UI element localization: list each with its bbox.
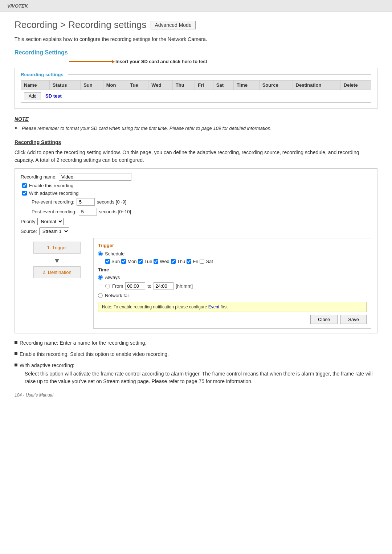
source-select[interactable]: Stream 1 Stream 2 — [39, 227, 69, 235]
network-fail-label: Network fail — [105, 293, 130, 298]
page-title: Recording > Recording settings Advanced … — [15, 19, 377, 30]
day-thu-checkbox[interactable] — [171, 259, 176, 264]
event-link[interactable]: Event — [208, 304, 220, 309]
rs-desc: Click Add to open the recording setting … — [15, 149, 377, 164]
trigger-right-panel: Trigger Schedule Sun Mon Tue Wed Thu — [93, 238, 371, 329]
to-input[interactable] — [154, 282, 173, 290]
sd-arrow — [69, 61, 113, 62]
brand-logo: VIVOTEK — [7, 3, 28, 9]
adaptive-recording-label: With adaptive recording — [29, 190, 79, 196]
bullet-text-3: With adaptive recording: Select this opt… — [20, 362, 377, 385]
day-fri-checkbox[interactable] — [187, 259, 191, 264]
priority-label: Priority — [21, 219, 35, 224]
destination-box[interactable]: 2. Destination — [33, 266, 81, 278]
add-button[interactable]: Add — [24, 92, 41, 100]
note-bar: Note: To enable recording notification p… — [98, 302, 367, 312]
col-source: Source — [259, 81, 293, 90]
day-thu-label: Thu — [177, 259, 185, 264]
day-tue-checkbox[interactable] — [138, 259, 143, 264]
bullet-item-3: With adaptive recording: Select this opt… — [15, 362, 377, 385]
day-wed-label: Wed — [160, 259, 170, 264]
adaptive-recording-row: With adaptive recording — [21, 190, 371, 196]
col-wed: Wed — [148, 81, 173, 90]
time-section-title: Time — [98, 267, 367, 272]
always-radio[interactable] — [98, 275, 103, 280]
pre-event-input[interactable] — [77, 198, 95, 206]
days-row: Sun Mon Tue Wed Thu Fri Sat — [98, 259, 367, 264]
save-button[interactable]: Save — [340, 315, 367, 324]
col-thu: Thu — [172, 81, 195, 90]
col-tue: Tue — [127, 81, 148, 90]
always-label: Always — [105, 275, 120, 280]
schedule-radio[interactable] — [98, 251, 103, 256]
post-event-label: Post-event recording: — [32, 209, 77, 214]
trigger-title: Trigger — [98, 243, 367, 248]
footer-page: 104 - User's Manual — [15, 393, 377, 401]
day-wed-checkbox[interactable] — [154, 259, 158, 264]
post-event-row: Post-event recording: seconds [0~10] — [21, 208, 371, 216]
close-button[interactable]: Close — [310, 315, 338, 324]
day-fri-label: Fri — [193, 259, 198, 264]
post-event-unit: seconds [0~10] — [99, 209, 131, 214]
network-fail-radio[interactable] — [98, 293, 103, 298]
recording-settings-section-title: Recording Settings — [15, 49, 377, 56]
pre-event-unit: seconds [0~9] — [97, 199, 126, 205]
pre-event-label: Pre-event recording: — [32, 199, 74, 205]
recording-form-box: Recording name: Enable this recording Wi… — [15, 168, 377, 333]
schedule-radio-row: Schedule — [98, 251, 367, 257]
intro-text: This section explains how to configure t… — [15, 36, 377, 42]
adaptive-recording-checkbox[interactable] — [22, 191, 27, 196]
dash-line — [68, 74, 371, 75]
table-row-add: Add SD test — [21, 90, 371, 103]
enable-recording-row: Enable this recording — [21, 183, 371, 188]
recording-settings-heading: Recording Settings — [15, 139, 377, 145]
day-sat-label: Sat — [206, 259, 213, 264]
bullet-text-1: Recording name: Enter a name for the rec… — [20, 339, 146, 347]
note-bar-text-start: Note: To enable recording notification p… — [102, 304, 208, 309]
priority-select[interactable]: Normal High Low — [37, 218, 64, 225]
bullet-icon-3 — [15, 364, 17, 366]
bullet-list: Recording name: Enter a name for the rec… — [15, 339, 377, 385]
recording-name-input[interactable] — [59, 173, 131, 181]
recording-name-row: Recording name: — [21, 173, 371, 181]
rs-box-title-text: Recording settings — [21, 72, 64, 77]
bullet-item-2: Enable this recording: Select this optio… — [15, 350, 377, 358]
note-section: NOTE Please remember to format your SD c… — [15, 116, 377, 132]
bullet-icon-2 — [15, 352, 17, 355]
schedule-label: Schedule — [105, 251, 124, 257]
pre-event-row: Pre-event recording: seconds [0~9] — [21, 198, 371, 206]
from-radio[interactable] — [105, 284, 110, 288]
col-status: Status — [49, 81, 80, 90]
page-title-text: Recording > Recording settings — [15, 19, 146, 30]
advanced-mode-badge[interactable]: Advanced Mode — [151, 21, 195, 29]
source-row: Source: Stream 1 Stream 2 — [21, 227, 371, 235]
day-sun-checkbox[interactable] — [105, 259, 110, 264]
recording-table: Name Status Sun Mon Tue Wed Thu Fri Sat … — [21, 80, 371, 103]
trigger-section: 1. Trigger ▼ 2. Destination Trigger Sche… — [21, 238, 371, 329]
trigger-box[interactable]: 1. Trigger — [33, 242, 81, 254]
day-tue-label: Tue — [144, 259, 152, 264]
col-sun: Sun — [81, 81, 103, 90]
post-event-input[interactable] — [79, 208, 97, 216]
day-sat-checkbox[interactable] — [200, 259, 204, 264]
day-mon-label: Mon — [127, 259, 136, 264]
enable-recording-checkbox[interactable] — [22, 183, 27, 188]
hhmm-label: [hh:mm] — [176, 283, 193, 289]
recording-name-label: Recording name: — [21, 174, 57, 180]
sd-test-link[interactable]: SD test — [45, 93, 62, 99]
form-buttons: Close Save — [98, 315, 367, 324]
note-bar-text-end: first — [219, 304, 228, 309]
from-input[interactable] — [125, 282, 145, 290]
note-title: NOTE — [15, 116, 377, 122]
bullet-icon-1 — [15, 341, 17, 344]
bullet-text-2: Enable this recording: Select this optio… — [20, 350, 169, 358]
day-mon-checkbox[interactable] — [121, 259, 126, 264]
col-name: Name — [21, 81, 50, 90]
recording-settings-box: Recording settings Name Status Sun Mon T… — [15, 68, 377, 109]
trigger-arrow-icon: ▼ — [53, 257, 61, 265]
bullet-item-1: Recording name: Enter a name for the rec… — [15, 339, 377, 347]
insert-sd-label[interactable]: Insert your SD card and click here to te… — [115, 59, 207, 64]
always-radio-row: Always — [98, 275, 367, 280]
to-label: to — [147, 283, 151, 289]
col-fri: Fri — [195, 81, 213, 90]
